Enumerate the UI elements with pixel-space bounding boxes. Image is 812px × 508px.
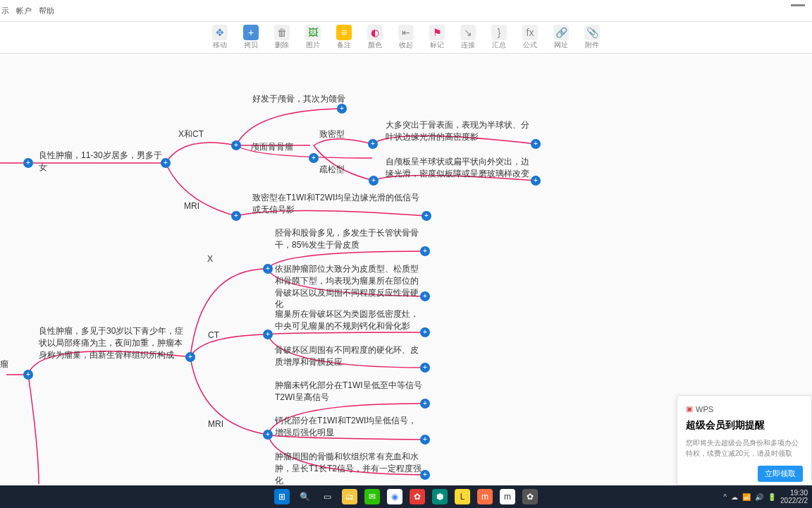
mindmap-node[interactable]: X和CT (178, 128, 204, 140)
tool-icon: + (243, 25, 259, 40)
tool-icon: } (491, 25, 507, 40)
expand-icon[interactable]: + (185, 352, 195, 362)
tool-label: 颜色 (368, 40, 382, 50)
mindmap-node[interactable]: 自颅板呈半球状或扁平状向外突出，边缘光滑，密度似板障或呈磨玻璃样改变 (386, 156, 534, 180)
tool-label: 删除 (275, 40, 289, 50)
chrome-icon[interactable]: ◉ (387, 489, 402, 504)
tool-备注[interactable]: ≡备注 (333, 25, 355, 50)
minimize-button[interactable] (791, 4, 805, 6)
wechat-icon[interactable]: ✉ (364, 489, 380, 504)
expand-icon[interactable]: + (263, 329, 273, 339)
expand-icon[interactable]: + (337, 104, 347, 114)
tool-移动[interactable]: ✥移动 (209, 25, 230, 50)
wps-desc: 您即将失去超级会员身份和多项办公特权，续费立减20元，请及时领取 (686, 437, 803, 459)
expand-icon[interactable]: + (420, 399, 430, 409)
tool-图片[interactable]: 🖼图片 (302, 25, 324, 50)
expand-icon[interactable]: + (420, 246, 430, 256)
mindmap-node[interactable]: 良性肿瘤，11-30岁居多，男多于女 (39, 150, 166, 174)
tool-拷贝[interactable]: +拷贝 (240, 25, 262, 50)
taskview-icon[interactable]: ▭ (319, 489, 335, 504)
tool-颜色[interactable]: ◐颜色 (364, 25, 386, 50)
tool-label: 汇总 (492, 40, 506, 50)
tool-label: 图片 (306, 40, 320, 50)
tool-网址[interactable]: 🔗网址 (550, 25, 572, 50)
tool-label: 移动 (213, 40, 227, 50)
tool-删除[interactable]: 🗑删除 (271, 25, 293, 50)
expand-icon[interactable]: + (231, 211, 241, 221)
search-icon[interactable]: 🔍 (297, 489, 312, 504)
wps-popup: ▣WPS 超级会员到期提醒 您即将失去超级会员身份和多项办公特权，续费立减20元… (677, 395, 812, 485)
mindmap-node[interactable]: 好发于颅骨，其次为颌骨 (252, 93, 345, 105)
expand-icon[interactable]: + (368, 139, 378, 149)
mindmap-node[interactable]: CT (208, 329, 219, 341)
tool-公式[interactable]: fx公式 (519, 25, 541, 50)
wifi-icon[interactable]: 📶 (742, 493, 751, 501)
mindmap-node[interactable]: 致密型 (319, 128, 345, 140)
taskbar: ⊞ 🔍 ▭ 🗂 ✉ ◉ ✿ ⬢ L m m ✿ ^ ☁ 📶 🔊 🔋 19:30 … (0, 485, 812, 508)
mindmap-node[interactable]: 骨破坏区周围有不同程度的硬化环、皮质增厚和骨膜反应 (275, 344, 423, 368)
mindmap-node[interactable]: MRI (184, 200, 199, 212)
mindmap-node[interactable]: 依据肿瘤部位大致分为皮质型、松质型和骨膜下型，均表现为瘤巢所在部位的骨破坏区以及… (275, 263, 423, 310)
expand-icon[interactable]: + (422, 211, 431, 221)
mindmap-node[interactable]: 瘤巢所在骨破坏区为类圆形低密度灶，中央可见瘤巢的不规则钙化和骨化影 (275, 308, 423, 332)
clock-time[interactable]: 19:30 (780, 489, 808, 497)
expand-icon[interactable]: + (263, 264, 273, 274)
start-icon[interactable]: ⊞ (274, 489, 290, 504)
cloud-icon[interactable]: ☁ (731, 493, 738, 501)
expand-icon[interactable]: + (231, 140, 241, 150)
tool-标记[interactable]: ⚑标记 (426, 25, 448, 50)
mindmap-node[interactable]: 疏松型 (319, 164, 345, 176)
tool-icon: 🖼 (305, 25, 321, 40)
app-icon[interactable]: m (500, 489, 515, 504)
expand-icon[interactable]: + (161, 158, 171, 168)
tool-连接[interactable]: ↘连接 (457, 25, 479, 50)
tool-label: 连接 (461, 40, 475, 50)
expand-icon[interactable]: + (420, 291, 430, 301)
menu-item[interactable]: 帐户 (16, 6, 32, 16)
mindmap-node[interactable]: 肿瘤周围的骨髓和软组织常有充血和水肿，呈长T1长T2信号，并有一定程度强化 (275, 451, 423, 486)
mindmap-node[interactable]: 瘤 (0, 358, 8, 370)
app-icon[interactable]: L (455, 489, 470, 504)
tool-收起[interactable]: ⇤收起 (395, 25, 417, 50)
expand-icon[interactable]: + (263, 430, 273, 440)
tool-icon: 🔗 (553, 25, 569, 40)
menu-item[interactable]: 示 (1, 6, 9, 16)
expand-icon[interactable]: + (531, 176, 541, 186)
menu-item[interactable]: 帮助 (39, 6, 54, 16)
tool-label: 公式 (523, 40, 537, 50)
expand-icon[interactable]: + (420, 363, 430, 373)
wps-renew-button[interactable]: 立即领取 (758, 466, 803, 482)
app-icon[interactable]: ⬢ (432, 489, 448, 504)
menu-bar: 示 帐户 帮助 (0, 0, 812, 21)
mindmap-node[interactable]: X (207, 253, 213, 265)
mindmap-node[interactable]: 大多突出于骨表面，表现为半球状、分叶状边缘光滑的高密度影 (386, 119, 534, 143)
explorer-icon[interactable]: 🗂 (342, 489, 357, 504)
mindmap-node[interactable]: MRI (208, 418, 223, 430)
mindmap-node[interactable]: 颅面骨骨瘤 (251, 141, 293, 153)
expand-icon[interactable]: + (23, 158, 33, 168)
system-tray[interactable]: ^ ☁ 📶 🔊 🔋 19:30 2022/2/2 (723, 489, 808, 504)
mindmap-node[interactable]: 钙化部分在T1WI和T2WI均呈低信号，增强后强化明显 (275, 415, 423, 439)
tool-label: 标记 (430, 40, 444, 50)
expand-icon[interactable]: + (369, 176, 379, 186)
expand-icon[interactable]: + (420, 435, 430, 445)
battery-icon[interactable]: 🔋 (768, 493, 776, 501)
chevron-up-icon[interactable]: ^ (723, 493, 727, 501)
tool-附件[interactable]: 📎附件 (582, 25, 603, 50)
expand-icon[interactable]: + (309, 153, 319, 163)
mindmap-node[interactable]: 良性肿瘤，多见于30岁以下青少年，症状以局部疼痛为主，夜间加重，肿瘤本身称为瘤巢… (39, 325, 187, 361)
mindmap-node[interactable]: 致密型在T1WI和T2WI均呈边缘光滑的低信号或无信号影 (252, 192, 422, 216)
app-icon[interactable]: ✿ (410, 489, 425, 504)
tool-icon: ↘ (460, 25, 476, 40)
volume-icon[interactable]: 🔊 (755, 493, 763, 501)
tool-汇总[interactable]: }汇总 (488, 25, 510, 50)
mindmap-node[interactable]: 肿瘤未钙化部分在T1WI呈低至中等信号T2WI呈高信号 (275, 380, 423, 404)
mindmap-node[interactable]: 胫骨和股骨多见，多发生于长管状骨骨干，85%发生于骨皮质 (275, 227, 423, 251)
app-icon[interactable]: ✿ (522, 489, 538, 504)
expand-icon[interactable]: + (420, 327, 430, 337)
app-icon[interactable]: m (477, 489, 493, 504)
clock-date[interactable]: 2022/2/2 (780, 497, 808, 504)
expand-icon[interactable]: + (420, 470, 430, 480)
expand-icon[interactable]: + (23, 370, 33, 380)
expand-icon[interactable]: + (531, 139, 541, 149)
